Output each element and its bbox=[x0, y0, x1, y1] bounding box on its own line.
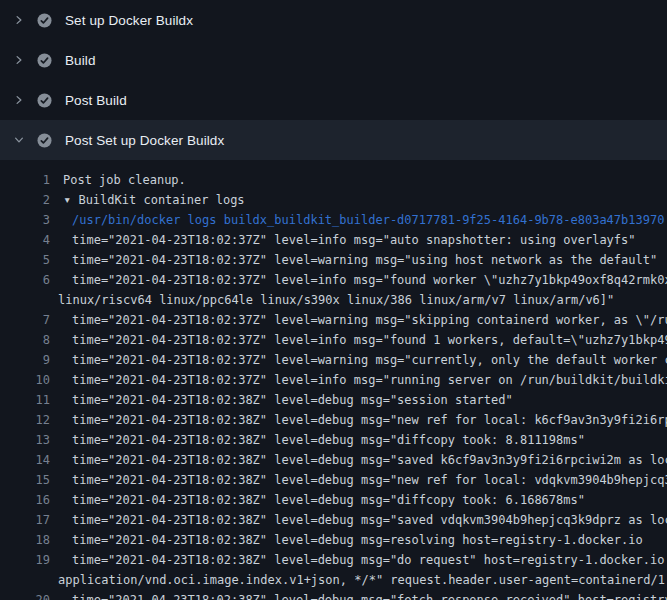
log-text: time="2021-04-23T18:02:37Z" level=warnin… bbox=[72, 250, 657, 270]
log-group-header[interactable]: 2 ▼BuildKit container logs bbox=[0, 190, 667, 210]
line-number bbox=[0, 290, 50, 310]
log-text: time="2021-04-23T18:02:38Z" level=debug … bbox=[72, 550, 667, 570]
line-number[interactable]: 13 bbox=[0, 430, 50, 450]
log-text: time="2021-04-23T18:02:38Z" level=debug … bbox=[72, 490, 585, 510]
chevron-right-icon bbox=[13, 94, 25, 106]
step-row-set-up-docker-buildx[interactable]: Set up Docker Buildx bbox=[0, 0, 667, 40]
log-line: 5 time="2021-04-23T18:02:37Z" level=warn… bbox=[0, 250, 667, 270]
line-number[interactable]: 18 bbox=[0, 530, 50, 550]
log-line: 12 time="2021-04-23T18:02:38Z" level=deb… bbox=[0, 410, 667, 430]
log-text: time="2021-04-23T18:02:38Z" level=debug … bbox=[72, 450, 667, 470]
log-line: 18 time="2021-04-23T18:02:38Z" level=deb… bbox=[0, 530, 667, 550]
chevron-right-icon bbox=[13, 14, 25, 26]
log-text: application/vnd.oci.image.index.v1+json,… bbox=[58, 570, 667, 590]
line-number[interactable]: 6 bbox=[0, 270, 50, 290]
line-number[interactable]: 8 bbox=[0, 330, 50, 350]
line-number[interactable]: 17 bbox=[0, 510, 50, 530]
log-text: Post job cleanup. bbox=[63, 170, 186, 190]
line-number[interactable]: 19 bbox=[0, 550, 50, 570]
log-line: 20 time="2021-04-23T18:02:38Z" level=deb… bbox=[0, 590, 667, 600]
step-row-post-build[interactable]: Post Build bbox=[0, 80, 667, 120]
line-number[interactable]: 3 bbox=[0, 210, 50, 230]
line-number[interactable]: 2 bbox=[0, 190, 50, 210]
log-text: time="2021-04-23T18:02:37Z" level=warnin… bbox=[72, 350, 667, 370]
line-number[interactable]: 1 bbox=[0, 170, 50, 190]
line-number[interactable]: 12 bbox=[0, 410, 50, 430]
line-number bbox=[0, 570, 50, 590]
log-text: /usr/bin/docker logs buildx_buildkit_bui… bbox=[72, 210, 664, 230]
log-text: time="2021-04-23T18:02:37Z" level=info m… bbox=[72, 270, 667, 290]
line-number[interactable]: 9 bbox=[0, 350, 50, 370]
line-number[interactable]: 7 bbox=[0, 310, 50, 330]
line-number[interactable]: 14 bbox=[0, 450, 50, 470]
chevron-right-icon bbox=[13, 54, 25, 66]
log-text: time="2021-04-23T18:02:37Z" level=info m… bbox=[72, 230, 636, 250]
log-text: time="2021-04-23T18:02:38Z" level=debug … bbox=[72, 410, 667, 430]
check-circle-icon bbox=[37, 53, 52, 68]
line-number[interactable]: 10 bbox=[0, 370, 50, 390]
log-line: 8 time="2021-04-23T18:02:37Z" level=info… bbox=[0, 330, 667, 350]
log-line: 13 time="2021-04-23T18:02:38Z" level=deb… bbox=[0, 430, 667, 450]
step-label: Set up Docker Buildx bbox=[65, 13, 193, 28]
log-text: linux/riscv64 linux/ppc64le linux/s390x … bbox=[58, 290, 614, 310]
chevron-down-icon bbox=[13, 134, 25, 146]
check-circle-icon bbox=[37, 133, 52, 148]
line-number[interactable]: 4 bbox=[0, 230, 50, 250]
log-text: time="2021-04-23T18:02:38Z" level=debug … bbox=[72, 510, 667, 530]
step-label: Post Set up Docker Buildx bbox=[65, 133, 224, 148]
log-line: 7 time="2021-04-23T18:02:37Z" level=warn… bbox=[0, 310, 667, 330]
log-line: application/vnd.oci.image.index.v1+json,… bbox=[0, 570, 667, 590]
log-line: 10 time="2021-04-23T18:02:37Z" level=inf… bbox=[0, 370, 667, 390]
step-label: Build bbox=[65, 53, 96, 68]
log-text: time="2021-04-23T18:02:38Z" level=debug … bbox=[72, 590, 667, 600]
line-number[interactable]: 5 bbox=[0, 250, 50, 270]
log-panel: 1 Post job cleanup. 2 ▼BuildKit containe… bbox=[0, 160, 667, 600]
log-line: 6 time="2021-04-23T18:02:37Z" level=info… bbox=[0, 270, 667, 290]
step-label: Post Build bbox=[65, 93, 127, 108]
steps-list: Set up Docker Buildx Build P bbox=[0, 0, 667, 160]
line-number[interactable]: 11 bbox=[0, 390, 50, 410]
check-circle-icon bbox=[37, 13, 52, 28]
log-line: linux/riscv64 linux/ppc64le linux/s390x … bbox=[0, 290, 667, 310]
step-row-post-set-up-docker-buildx[interactable]: Post Set up Docker Buildx bbox=[0, 120, 667, 160]
line-number[interactable]: 20 bbox=[0, 590, 50, 600]
log-line: 4 time="2021-04-23T18:02:37Z" level=info… bbox=[0, 230, 667, 250]
actions-log-viewer: Set up Docker Buildx Build P bbox=[0, 0, 667, 600]
log-line: 9 time="2021-04-23T18:02:37Z" level=warn… bbox=[0, 350, 667, 370]
log-text: time="2021-04-23T18:02:38Z" level=debug … bbox=[72, 430, 585, 450]
line-number[interactable]: 16 bbox=[0, 490, 50, 510]
log-line: 1 Post job cleanup. bbox=[0, 170, 667, 190]
log-text: time="2021-04-23T18:02:37Z" level=info m… bbox=[72, 370, 667, 390]
line-number[interactable]: 15 bbox=[0, 470, 50, 490]
log-text: time="2021-04-23T18:02:37Z" level=warnin… bbox=[72, 310, 667, 330]
log-text: ▼BuildKit container logs bbox=[63, 190, 245, 210]
log-text: time="2021-04-23T18:02:38Z" level=debug … bbox=[72, 530, 643, 550]
group-caret-icon: ▼ bbox=[63, 190, 71, 210]
log-text: time="2021-04-23T18:02:38Z" level=debug … bbox=[72, 470, 667, 490]
log-text: time="2021-04-23T18:02:37Z" level=info m… bbox=[72, 330, 667, 350]
group-title: BuildKit container logs bbox=[78, 193, 244, 207]
log-text: time="2021-04-23T18:02:38Z" level=debug … bbox=[72, 390, 513, 410]
log-line: 15 time="2021-04-23T18:02:38Z" level=deb… bbox=[0, 470, 667, 490]
log-line: 11 time="2021-04-23T18:02:38Z" level=deb… bbox=[0, 390, 667, 410]
log-line: 3 /usr/bin/docker logs buildx_buildkit_b… bbox=[0, 210, 667, 230]
log-line: 14 time="2021-04-23T18:02:38Z" level=deb… bbox=[0, 450, 667, 470]
log-line: 19 time="2021-04-23T18:02:38Z" level=deb… bbox=[0, 550, 667, 570]
check-circle-icon bbox=[37, 93, 52, 108]
log-line: 17 time="2021-04-23T18:02:38Z" level=deb… bbox=[0, 510, 667, 530]
log-line: 16 time="2021-04-23T18:02:38Z" level=deb… bbox=[0, 490, 667, 510]
step-row-build[interactable]: Build bbox=[0, 40, 667, 80]
